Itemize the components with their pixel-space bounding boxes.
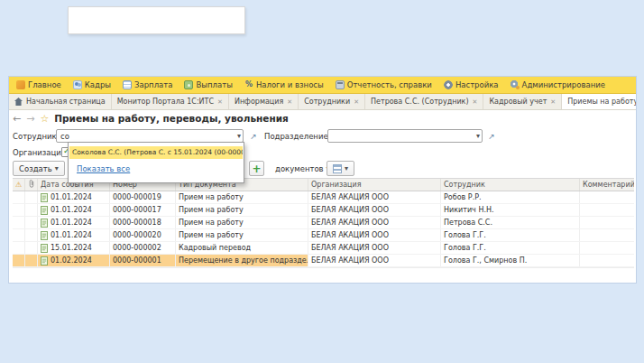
date-cell: 15.01.2024	[38, 242, 110, 254]
number-cell: 0000-000018	[110, 217, 176, 228]
employee-column-header[interactable]: Сотрудник	[441, 179, 580, 191]
screen: Главное Кадры Зарплата Выплаты % Налоги …	[0, 0, 644, 363]
date-cell: 01.01.2024	[38, 217, 110, 228]
close-icon[interactable]: ✕	[550, 98, 556, 106]
tab-3[interactable]: Сотрудники ✕	[299, 94, 365, 109]
comment-cell	[580, 229, 634, 241]
employee-filter-label: Сотрудник:	[13, 132, 59, 141]
attachment-column-header[interactable]	[25, 179, 38, 191]
menu-item-admin[interactable]: Администрирование	[511, 80, 605, 89]
comment-cell	[580, 204, 634, 216]
employee-cell: Петрова С.С.	[441, 217, 580, 228]
tab-1[interactable]: Монитор Портала 1С:ИТС ✕	[112, 94, 229, 109]
main-menu: Главное Кадры Зарплата Выплаты % Налоги …	[9, 77, 636, 94]
documents-table: ⚠ Дата события Номер Тип документа Орган…	[13, 178, 634, 268]
comment-column-header[interactable]: Комментарий	[580, 179, 634, 191]
reports-icon	[336, 80, 345, 89]
percent-icon: %	[244, 80, 253, 89]
table-row[interactable]: 01.01.2024 0000-000019 Прием на работу Б…	[13, 191, 634, 204]
list-settings-button[interactable]: ▾	[327, 161, 354, 176]
documents-button-label: документов	[275, 164, 324, 173]
menu-item-percent[interactable]: % Налоги и взносы	[244, 80, 324, 89]
organization-cell: БЕЛАЯ АКАЦИЯ ООО	[308, 217, 441, 228]
document-icon	[41, 193, 48, 202]
number-cell: 0000-000019	[110, 191, 176, 203]
chevron-down-icon[interactable]: ▾	[237, 132, 241, 140]
close-icon[interactable]: ✕	[217, 98, 223, 106]
attachment-cell	[25, 229, 38, 241]
warning-cell	[13, 242, 25, 254]
employee-cell: Голова Г.Г.	[441, 242, 580, 254]
attachment-cell	[25, 191, 38, 203]
show-all-link[interactable]: Показать все	[77, 164, 130, 173]
number-cell: 0000-000020	[110, 229, 176, 241]
list-icon	[333, 164, 342, 173]
employee-cell: Никитич Н.Н.	[441, 204, 580, 216]
doctype-cell: Прием на работу	[176, 217, 308, 228]
menu-item-settings[interactable]: Настройка	[444, 80, 499, 89]
employee-cell: Голова Г.Г.	[441, 229, 580, 241]
table-row[interactable]: 01.01.2024 0000-000018 Прием на работу Б…	[13, 217, 634, 229]
organization-cell: БЕЛАЯ АКАЦИЯ ООО	[308, 255, 441, 266]
tab-2[interactable]: Информация ✕	[229, 94, 299, 109]
chevron-down-icon[interactable]: ▾	[476, 132, 480, 140]
menu-item-people[interactable]: Кадры	[73, 80, 111, 89]
organization-filter-label: Организация	[13, 148, 66, 157]
number-cell: 0000-000001	[110, 255, 176, 266]
table-body: 01.01.2024 0000-000019 Прием на работу Б…	[13, 191, 634, 267]
tab-5[interactable]: Кадровый учет ✕	[483, 94, 562, 109]
warning-cell	[13, 217, 25, 228]
payments-icon	[184, 80, 193, 89]
menu-item-reports[interactable]: Отчетность, справки	[336, 80, 432, 89]
forward-button[interactable]: →	[26, 113, 34, 125]
create-button[interactable]: Создать ▾	[13, 161, 65, 176]
date-cell: 01.01.2024	[38, 229, 110, 241]
tab-4[interactable]: Петрова С.С. (Сотрудник) ✕	[365, 94, 483, 109]
attachment-cell	[25, 255, 38, 266]
back-button[interactable]: ←	[13, 113, 21, 125]
floating-panel	[68, 6, 245, 34]
employee-open-button[interactable]: ↗	[248, 131, 259, 142]
add-button[interactable]: +	[249, 161, 264, 176]
table-row[interactable]: 01.01.2024 0000-000017 Прием на работу Б…	[13, 204, 634, 217]
department-open-button[interactable]: ↗	[486, 131, 497, 142]
comment-cell	[580, 242, 634, 254]
tab-home[interactable]: Начальная страница	[9, 94, 112, 109]
suggestion-item[interactable]: Соколова С.С. (Петрова С. с 15.01.2024 (…	[69, 146, 243, 159]
doctype-cell: Прием на работу	[176, 191, 308, 203]
date-cell: 01.02.2024	[38, 255, 110, 266]
employee-filter-input[interactable]: со ▾	[56, 129, 244, 143]
menu-item-payments[interactable]: Выплаты	[184, 80, 232, 89]
warning-column-header[interactable]: ⚠	[13, 179, 25, 191]
number-cell: 0000-000002	[110, 242, 176, 254]
attachment-cell	[25, 242, 38, 254]
organization-cell: БЕЛАЯ АКАЦИЯ ООО	[308, 191, 441, 203]
document-icon	[41, 231, 48, 240]
menu-item-salary[interactable]: Зарплата	[123, 80, 172, 89]
warning-cell	[13, 229, 25, 241]
close-icon[interactable]: ✕	[354, 98, 359, 106]
tab-6[interactable]: Приемы на работу, переводы, увольнения ✕	[562, 94, 636, 109]
attachment-cell	[25, 204, 38, 216]
document-icon	[41, 219, 48, 228]
settings-icon	[444, 80, 453, 89]
table-row[interactable]: 15.01.2024 0000-000002 Кадровый перевод …	[13, 242, 634, 255]
document-icon	[41, 206, 48, 215]
people-icon	[73, 80, 82, 89]
title-row: ← → ☆ Приемы на работу, переводы, увольн…	[13, 110, 289, 126]
department-filter-input[interactable]: ▾	[327, 129, 483, 143]
employee-filter-value: со	[60, 132, 69, 141]
favorite-star-icon[interactable]: ☆	[40, 113, 49, 125]
menu-item-home[interactable]: Главное	[16, 80, 61, 89]
close-icon[interactable]: ✕	[473, 98, 478, 106]
close-icon[interactable]: ✕	[287, 98, 292, 106]
organization-cell: БЕЛАЯ АКАЦИЯ ООО	[308, 229, 441, 241]
create-button-label: Создать	[19, 164, 52, 173]
salary-icon	[123, 80, 132, 89]
table-row[interactable]: 01.01.2024 0000-000020 Прием на работу Б…	[13, 229, 634, 242]
table-row[interactable]: 01.02.2024 0000-000001 Перемещение в дру…	[13, 255, 634, 267]
page-title: Приемы на работу, переводы, увольнения	[54, 113, 289, 124]
attachment-cell	[25, 217, 38, 228]
organization-column-header[interactable]: Организация	[308, 179, 441, 191]
comment-cell	[580, 217, 634, 228]
